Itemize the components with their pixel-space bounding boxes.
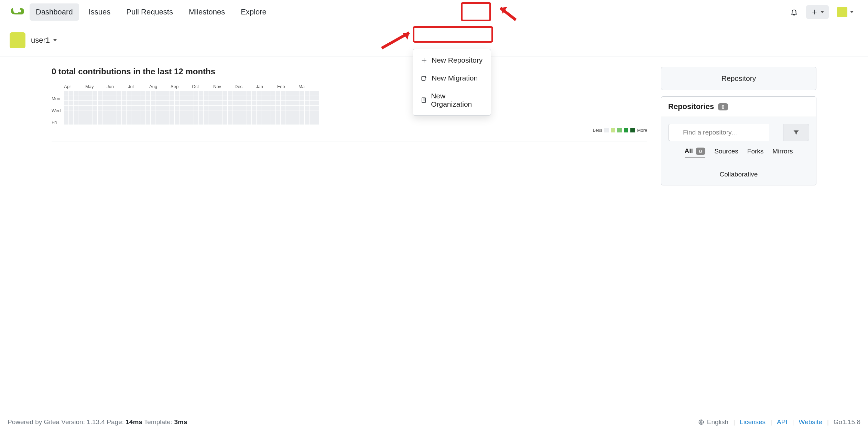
heatmap-cell bbox=[314, 120, 319, 125]
heatmap-cell bbox=[290, 96, 295, 100]
create-dropdown: New Repository New Migration New Organiz… bbox=[413, 49, 491, 116]
heatmap-cell bbox=[266, 96, 271, 100]
repo-filter-button[interactable] bbox=[783, 124, 809, 141]
heatmap-cell bbox=[218, 106, 223, 110]
heatmap-cell bbox=[93, 115, 97, 120]
heatmap-cell bbox=[64, 91, 68, 96]
heatmap-cell bbox=[88, 120, 93, 125]
heatmap-cell bbox=[102, 110, 107, 115]
heatmap-cell bbox=[127, 106, 131, 110]
heatmap-cell bbox=[160, 120, 165, 125]
heatmap-cell bbox=[276, 110, 280, 115]
dropdown-new-migration[interactable]: New Migration bbox=[413, 69, 491, 87]
heatmap-cell bbox=[69, 120, 73, 125]
repository-tab[interactable]: Repository bbox=[661, 67, 816, 90]
heatmap-cell bbox=[285, 91, 290, 96]
repo-tab-collaborative[interactable]: Collaborative bbox=[668, 171, 809, 178]
repo-search-input[interactable] bbox=[668, 124, 769, 141]
dropdown-new-repository[interactable]: New Repository bbox=[413, 51, 491, 69]
heatmap-cell bbox=[165, 96, 170, 100]
legend-box bbox=[630, 128, 635, 132]
heatmap-cell bbox=[151, 110, 155, 115]
nav-milestones[interactable]: Milestones bbox=[183, 3, 231, 21]
heatmap-cell bbox=[218, 120, 223, 125]
heatmap-cell bbox=[242, 91, 247, 96]
repo-tab-forks[interactable]: Forks bbox=[747, 147, 764, 158]
heatmap-cell bbox=[151, 120, 155, 125]
heatmap-cell bbox=[98, 106, 102, 110]
heatmap-cell bbox=[184, 96, 189, 100]
heatmap-cell bbox=[194, 91, 198, 96]
gitea-logo-icon[interactable] bbox=[10, 6, 30, 18]
heatmap-cell bbox=[88, 110, 93, 115]
heatmap-cell bbox=[141, 101, 145, 105]
repo-search-row bbox=[668, 124, 809, 141]
heatmap-cell bbox=[93, 106, 97, 110]
context-user-dropdown[interactable]: user1 bbox=[31, 36, 57, 45]
nav-dashboard[interactable]: Dashboard bbox=[30, 3, 79, 21]
heatmap-cell bbox=[247, 101, 251, 105]
heatmap-cell bbox=[160, 91, 165, 96]
heatmap-cell bbox=[112, 106, 117, 110]
avatar-icon bbox=[837, 7, 847, 17]
day-label: Fri bbox=[52, 120, 64, 125]
create-menu-button[interactable] bbox=[806, 5, 829, 19]
heatmap-cell bbox=[228, 91, 232, 96]
heatmap-cell bbox=[127, 115, 131, 120]
heatmap-cell bbox=[310, 120, 314, 125]
heatmap-cell bbox=[160, 101, 165, 105]
heatmap-cell bbox=[78, 101, 83, 105]
heatmap-cell bbox=[213, 106, 218, 110]
svg-rect-2 bbox=[422, 98, 426, 103]
user-menu-button[interactable] bbox=[832, 3, 858, 21]
repo-tab-sources[interactable]: Sources bbox=[714, 147, 738, 158]
month-label: Oct bbox=[192, 84, 213, 89]
nav-explore[interactable]: Explore bbox=[235, 3, 273, 21]
heatmap-cell bbox=[213, 110, 218, 115]
heatmap-cell bbox=[194, 101, 198, 105]
heatmap-cell bbox=[295, 110, 300, 115]
heatmap-cell bbox=[199, 91, 203, 96]
heatmap-cell bbox=[305, 115, 309, 120]
heatmap-cell bbox=[261, 96, 266, 100]
heatmap-cell bbox=[93, 101, 97, 105]
heatmap-cell bbox=[257, 96, 261, 100]
heatmap-cell bbox=[199, 110, 203, 115]
month-label: Apr bbox=[64, 84, 85, 89]
nav-issues[interactable]: Issues bbox=[83, 3, 117, 21]
heatmap-cell bbox=[257, 120, 261, 125]
nav-pull-requests[interactable]: Pull Requests bbox=[120, 3, 179, 21]
month-label: May bbox=[85, 84, 107, 89]
heatmap-cell bbox=[184, 91, 189, 96]
heatmap-cell bbox=[257, 110, 261, 115]
heatmap-cell bbox=[88, 101, 93, 105]
repo-tab-mirrors[interactable]: Mirrors bbox=[772, 147, 793, 158]
heatmap-cell bbox=[170, 101, 174, 105]
heatmap-cell bbox=[98, 91, 102, 96]
dropdown-new-organization[interactable]: New Organization bbox=[413, 87, 491, 113]
heatmap-cell bbox=[117, 120, 121, 125]
heatmap-cell bbox=[146, 110, 150, 115]
heatmap-cell bbox=[194, 115, 198, 120]
heatmap-cell bbox=[199, 96, 203, 100]
heatmap-cell bbox=[295, 115, 300, 120]
repo-tab-all[interactable]: All 0 bbox=[685, 147, 706, 158]
heatmap-cell bbox=[78, 115, 83, 120]
heatmap-cell bbox=[136, 91, 141, 96]
heatmap-cell bbox=[74, 120, 78, 125]
heatmap-cell bbox=[83, 115, 88, 120]
notifications-button[interactable] bbox=[785, 5, 803, 19]
heatmap-cell bbox=[170, 120, 174, 125]
heatmap-cell bbox=[223, 110, 227, 115]
heatmap-cell bbox=[69, 96, 73, 100]
heatmap-cell bbox=[261, 101, 266, 105]
heatmap-cell bbox=[257, 91, 261, 96]
heatmap-cell bbox=[305, 120, 309, 125]
heatmap-cell bbox=[237, 91, 242, 96]
heatmap-cell bbox=[261, 120, 266, 125]
heatmap-cell bbox=[131, 91, 136, 96]
heatmap-cell bbox=[98, 115, 102, 120]
heatmap-cell bbox=[146, 115, 150, 120]
heatmap-cell bbox=[290, 115, 295, 120]
heatmap-cell bbox=[252, 115, 256, 120]
